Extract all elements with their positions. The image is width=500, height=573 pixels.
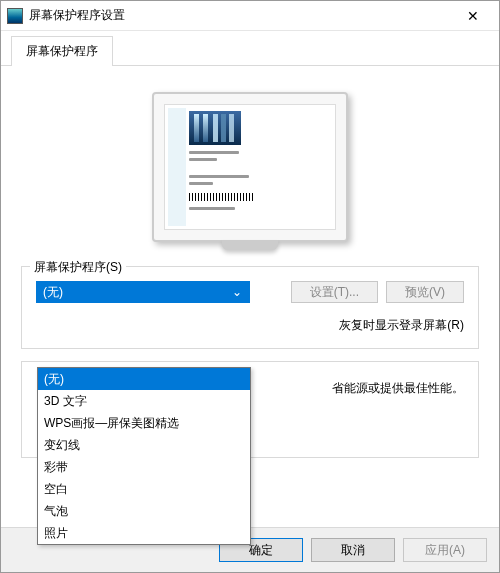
preview-line: [189, 175, 249, 178]
monitor-preview: [21, 92, 479, 242]
dropdown-item-3d-text[interactable]: 3D 文字: [38, 390, 250, 412]
chevron-down-icon: ⌄: [229, 285, 245, 299]
window-title: 屏幕保护程序设置: [29, 7, 453, 24]
screensaver-combo-value: (无): [43, 284, 229, 301]
settings-button[interactable]: 设置(T)...: [291, 281, 378, 303]
preview-barcode: [189, 193, 253, 201]
tab-strip: 屏幕保护程序: [1, 31, 499, 66]
close-icon: ✕: [467, 8, 479, 24]
close-button[interactable]: ✕: [453, 2, 493, 30]
dropdown-item-mystify[interactable]: 变幻线: [38, 434, 250, 456]
screensaver-controls-row: (无) ⌄ 设置(T)... 预览(V): [36, 281, 464, 303]
monitor-frame: [152, 92, 348, 242]
titlebar: 屏幕保护程序设置 ✕: [1, 1, 499, 31]
app-icon: [7, 8, 23, 24]
preview-line: [189, 151, 239, 154]
apply-button[interactable]: 应用(A): [403, 538, 487, 562]
dropdown-item-blank[interactable]: 空白: [38, 478, 250, 500]
monitor-screen: [164, 104, 336, 230]
screensaver-dropdown-list[interactable]: (无) 3D 文字 WPS画报—屏保美图精选 变幻线 彩带 空白 气泡 照片: [37, 367, 251, 545]
preview-line: [189, 158, 217, 161]
dropdown-item-ribbons[interactable]: 彩带: [38, 456, 250, 478]
cancel-button[interactable]: 取消: [311, 538, 395, 562]
preview-button[interactable]: 预览(V): [386, 281, 464, 303]
preview-line: [189, 182, 213, 185]
preview-line: [189, 207, 235, 210]
dropdown-item-none[interactable]: (无): [38, 368, 250, 390]
dropdown-item-photos[interactable]: 照片: [38, 522, 250, 544]
preview-thumbnail: [189, 111, 241, 145]
dropdown-item-bubbles[interactable]: 气泡: [38, 500, 250, 522]
group-screensaver: 屏幕保护程序(S) (无) ⌄ 设置(T)... 预览(V) 灰复时显示登录屏幕…: [21, 266, 479, 349]
screensaver-combo[interactable]: (无) ⌄: [36, 281, 250, 303]
group-screensaver-legend: 屏幕保护程序(S): [30, 259, 126, 276]
tab-screensaver[interactable]: 屏幕保护程序: [11, 36, 113, 66]
dropdown-item-wps[interactable]: WPS画报—屏保美图精选: [38, 412, 250, 434]
resume-checkbox-label-partial: 灰复时显示登录屏幕(R): [36, 317, 464, 334]
